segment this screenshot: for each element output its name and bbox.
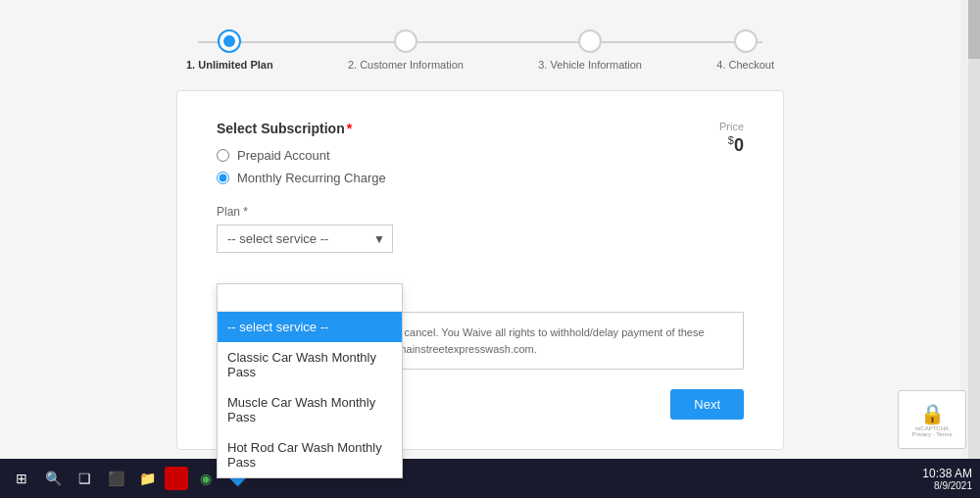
recaptcha-text: reCAPTCHAPrivacy - Terms (911, 425, 952, 437)
prepaid-label: Prepaid Account (237, 148, 330, 163)
taskbar-right: 10:38 AM 8/9/2021 (922, 467, 972, 491)
step-1-label: 1. Unlimited Plan (186, 59, 273, 71)
step-2-circle (394, 29, 417, 53)
step-4-label: 4. Checkout (716, 59, 774, 71)
step-1: 1. Unlimited Plan (186, 29, 273, 71)
chrome-icon[interactable]: ◉ (192, 465, 220, 492)
dropdown-option-default[interactable]: -- select service -- (218, 312, 402, 342)
recaptcha-badge: 🔒 reCAPTCHAPrivacy - Terms (898, 390, 966, 449)
main-content: 1. Unlimited Plan 2. Customer Informatio… (0, 0, 960, 480)
price-label: Price (719, 121, 744, 132)
taskbar-clock: 10:38 AM 8/9/2021 (922, 467, 972, 491)
explorer-icon[interactable]: 📁 (133, 465, 161, 492)
subscription-type-group: Prepaid Account Monthly Recurring Charge (217, 148, 744, 185)
scrollbar-thumb[interactable] (968, 0, 980, 59)
plan-field-label: Plan * (217, 205, 744, 219)
taskbar-date: 8/9/2021 (922, 480, 972, 491)
dropdown-search-input[interactable] (218, 284, 402, 312)
start-icon[interactable]: ⊞ (8, 465, 35, 492)
plan-select[interactable]: -- select service -- (217, 224, 393, 253)
taskbar-time: 10:38 AM (922, 467, 972, 480)
step-1-circle (218, 29, 241, 53)
prepaid-option[interactable]: Prepaid Account (217, 148, 744, 163)
step-2: 2. Customer Information (348, 29, 464, 71)
step-2-label: 2. Customer Information (348, 59, 464, 71)
red-app-icon[interactable] (165, 467, 188, 490)
plan-dropdown: -- select service -- Classic Car Wash Mo… (217, 283, 403, 478)
step-3-label: 3. Vehicle Information (538, 59, 642, 71)
next-button[interactable]: Next (670, 389, 744, 420)
monthly-label: Monthly Recurring Charge (237, 171, 386, 185)
progress-stepper: 1. Unlimited Plan 2. Customer Informatio… (20, 20, 941, 90)
plan-select-wrapper[interactable]: -- select service -- ▼ (217, 224, 393, 253)
apps-icon[interactable]: ⬛ (102, 465, 129, 492)
select-subscription-title: Select Subscription* (217, 121, 744, 136)
search-icon[interactable]: 🔍 (39, 465, 67, 492)
monthly-option[interactable]: Monthly Recurring Charge (217, 171, 744, 185)
price-value: $0 (728, 134, 744, 156)
required-star: * (347, 121, 352, 136)
recaptcha-logo: 🔒 (920, 402, 945, 425)
step-3-circle (578, 29, 602, 53)
monthly-radio[interactable] (217, 172, 229, 184)
prepaid-radio[interactable] (217, 149, 229, 162)
dropdown-option-muscle[interactable]: Muscle Car Wash Monthly Pass (218, 387, 402, 432)
taskbar-left: ⊞ 🔍 ❑ ⬛ 📁 ◉ 🔷 (8, 465, 251, 492)
page-scrollbar[interactable] (968, 0, 980, 480)
subscription-card: Select Subscription* Price $0 Prepaid Ac… (176, 90, 784, 450)
step-3: 3. Vehicle Information (538, 29, 642, 71)
dropdown-option-hotrod[interactable]: Hot Rod Car Wash Monthly Pass (218, 432, 402, 477)
dropdown-option-classic[interactable]: Classic Car Wash Monthly Pass (218, 342, 402, 387)
step-line-bg (198, 41, 762, 43)
task-view-icon[interactable]: ❑ (71, 465, 98, 492)
step-4-circle (734, 29, 758, 53)
step-4: 4. Checkout (716, 29, 774, 71)
taskbar: ⊞ 🔍 ❑ ⬛ 📁 ◉ 🔷 10:38 AM 8/9/2021 (0, 459, 980, 498)
